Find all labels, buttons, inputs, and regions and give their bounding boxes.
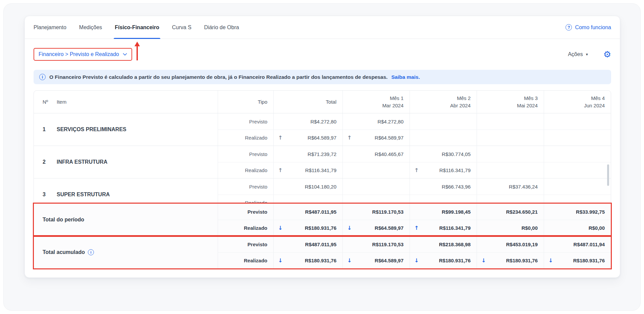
value-cell [342, 195, 410, 203]
arrow-down-icon: ↓ [414, 257, 419, 264]
caret-down-icon: ▾ [586, 52, 588, 57]
value-cell: ↑R$64.589,97 [273, 129, 342, 146]
value-cell [477, 162, 544, 178]
tipo-label: Realizado [218, 252, 273, 268]
table-row-group: 3 SUPER ESTRUTURA Previsto R$104.180,20 … [34, 178, 611, 203]
column-header-month-1: Mês 1Mar 2024 [342, 91, 410, 113]
info-banner: i O Financeiro Previsto é calculado a pa… [34, 70, 611, 84]
value-cell: R$487.011,95 [273, 236, 342, 252]
total-periodo-label: Total do período [34, 204, 218, 236]
item-name: INFRA ESTRUTURA [57, 159, 107, 165]
value-cell: R$218.368,98 [410, 236, 477, 252]
value-cell [544, 178, 611, 195]
value-cell [544, 195, 611, 203]
value-cell: R$234.650,21 [477, 204, 544, 220]
main-card: Planejamento Medições Físico-Financeiro … [24, 16, 620, 278]
value-cell [342, 178, 410, 195]
value-cell [410, 129, 477, 146]
chevron-down-icon [123, 53, 127, 56]
value-cell [410, 113, 477, 129]
value-cell: R$40.465,67 [342, 146, 410, 162]
value-cell [544, 113, 611, 129]
value-cell: ↑R$64.589,97 [342, 129, 410, 146]
value-cell [544, 146, 611, 162]
toolbar: Financeiro > Previsto e Realizado Ações … [34, 47, 611, 62]
value-cell [477, 129, 544, 146]
tipo-label: Realizado [218, 162, 273, 178]
column-header-tipo: Tipo [218, 91, 273, 113]
value-cell: R$119.170,53 [342, 204, 410, 220]
value-cell [342, 162, 410, 178]
acoes-label: Ações [568, 51, 583, 57]
tipo-label: Realizado [218, 220, 273, 236]
value-cell: ↓R$180.931,76 [273, 252, 342, 268]
value-cell: ↓R$180.931,76 [410, 252, 477, 268]
value-cell: R$487.011,94 [544, 236, 611, 252]
item-name: SUPER ESTRUTURA [57, 192, 110, 198]
value-cell: R$0,00 [477, 220, 544, 236]
value-cell: R$33.992,75 [544, 204, 611, 220]
tipo-label: Realizado [218, 195, 273, 203]
value-cell: ↓R$180.931,76 [544, 252, 611, 268]
como-funciona-label: Como funciona [575, 24, 611, 31]
tab-curva-s[interactable]: Curva S [172, 16, 192, 39]
total-periodo-group: Total do período Previsto R$487.011,95 R… [34, 203, 611, 236]
value-cell: ↑R$116.341,79 [273, 162, 342, 178]
value-cell: ↓R$64.589,97 [342, 220, 410, 236]
value-cell: R$453.019,19 [477, 236, 544, 252]
arrow-down-icon: ↓ [278, 257, 282, 264]
tipo-label: Realizado [218, 129, 273, 146]
column-header-month-4: Mês 4Jun 2024 [544, 91, 611, 113]
tab-planejamento[interactable]: Planejamento [34, 16, 66, 39]
tab-fisico-financeiro[interactable]: Físico-Financeiro [115, 16, 159, 39]
banner-text: O Financeiro Previsto é calculado a part… [49, 74, 388, 80]
arrow-down-icon: ↓ [548, 257, 553, 264]
tab-diario-de-obra[interactable]: Diário de Obra [204, 16, 239, 39]
table-header: Nº Item Tipo Total Mês 1Mar 2024 Mês 2Ab… [34, 91, 611, 113]
saiba-mais-link[interactable]: Saiba mais. [391, 74, 420, 80]
scrollbar-thumb[interactable] [607, 164, 609, 186]
arrow-down-icon: ↓ [347, 257, 352, 264]
column-header-total: Total [273, 91, 342, 113]
arrow-up-icon: ↑ [414, 225, 419, 231]
arrow-up-icon: ↑ [414, 167, 419, 173]
tipo-label: Previsto [218, 113, 273, 129]
total-acumulado-label: Total acumulado i [34, 236, 218, 268]
tab-medicoes[interactable]: Medições [79, 16, 102, 39]
value-cell: R$37.436,24 [477, 178, 544, 195]
arrow-down-icon: ↓ [278, 225, 282, 231]
value-cell: R$30.774,05 [410, 146, 477, 162]
arrow-down-icon: ↓ [481, 257, 486, 264]
view-selector-dropdown[interactable]: Financeiro > Previsto e Realizado [34, 48, 132, 61]
column-header-num: Nº [43, 99, 57, 105]
tipo-label: Previsto [218, 204, 273, 220]
value-cell: R$71.239,72 [273, 146, 342, 162]
value-cell [410, 195, 477, 203]
item-cell[interactable]: 3 SUPER ESTRUTURA [34, 178, 218, 203]
value-cell: R$119.170,53 [342, 236, 410, 252]
table-row-group: 2 INFRA ESTRUTURA Previsto R$71.239,72 R… [34, 146, 611, 178]
value-cell: R$4.272,80 [342, 113, 410, 129]
financial-table: Nº Item Tipo Total Mês 1Mar 2024 Mês 2Ab… [34, 90, 611, 269]
acoes-button[interactable]: Ações ▾ [568, 51, 588, 57]
tipo-label: Previsto [218, 178, 273, 195]
info-icon[interactable]: i [88, 249, 94, 255]
app-background: Planejamento Medições Físico-Financeiro … [3, 3, 641, 311]
settings-gear-icon[interactable]: ⚙ [603, 50, 611, 59]
tipo-label: Previsto [218, 146, 273, 162]
value-cell: ↑R$116.341,79 [410, 220, 477, 236]
arrow-up-icon: ↑ [278, 135, 282, 141]
item-cell[interactable]: 2 INFRA ESTRUTURA [34, 146, 218, 178]
value-cell: ↓R$64.589,97 [342, 252, 410, 268]
table-clip: Nº Item Tipo Total Mês 1Mar 2024 Mês 2Ab… [34, 90, 611, 269]
total-acumulado-group: Total acumulado i Previsto R$487.011,95 … [34, 236, 611, 268]
table-body-viewport[interactable]: 1 SERVIÇOS PRELIMINARES Previsto R$4.272… [34, 113, 611, 203]
como-funciona-link[interactable]: ? Como funciona [566, 24, 611, 31]
value-cell [477, 113, 544, 129]
tab-label: Físico-Financeiro [115, 24, 159, 31]
item-cell[interactable]: 1 SERVIÇOS PRELIMINARES [34, 113, 218, 146]
value-cell: ↑R$116.341,79 [410, 162, 477, 178]
tipo-label: Previsto [218, 236, 273, 252]
arrow-up-icon: ↑ [347, 135, 352, 141]
column-header-item: Nº Item [34, 91, 218, 113]
